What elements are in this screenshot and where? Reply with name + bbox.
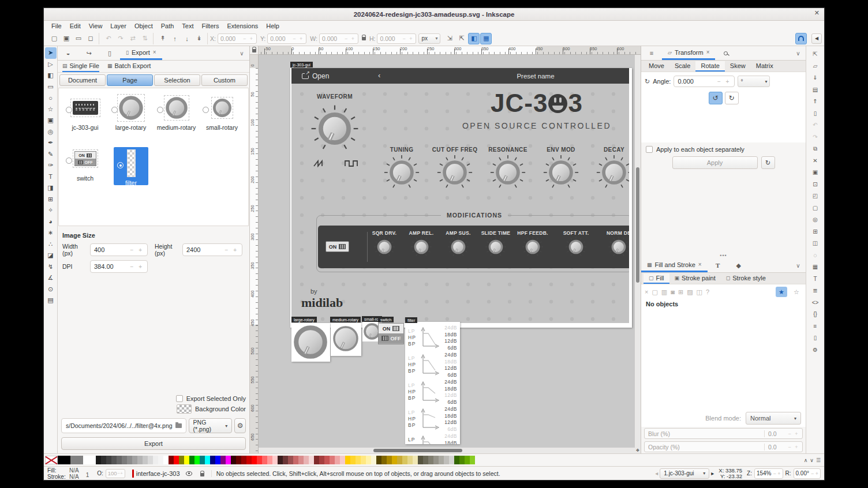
color-swatch[interactable] — [314, 456, 319, 464]
selector-tool[interactable]: ➤ — [45, 47, 57, 59]
tweak-tool[interactable]: ∗ — [45, 227, 57, 239]
color-swatch[interactable] — [111, 456, 117, 464]
color-swatch[interactable] — [194, 456, 200, 464]
canvas-horizontal-scrollbar[interactable] — [259, 448, 635, 453]
color-swatch[interactable] — [96, 456, 101, 464]
spray-tool[interactable]: ∴ — [45, 239, 57, 250]
color-swatch[interactable] — [262, 456, 267, 464]
knob-control[interactable] — [489, 154, 526, 193]
export-button[interactable]: Export — [61, 437, 246, 450]
color-swatch[interactable] — [127, 456, 132, 464]
menu-object[interactable]: Object — [130, 21, 157, 31]
close-icon[interactable]: × — [153, 49, 156, 55]
export-icon[interactable]: ⇑ — [810, 96, 821, 107]
pan-corner-icon[interactable]: ✥ — [635, 448, 641, 453]
swatch-icon[interactable]: ▨ — [687, 288, 693, 296]
save-icon[interactable]: ▯ — [810, 108, 821, 119]
knob-control[interactable] — [410, 236, 432, 260]
color-swatch[interactable] — [210, 456, 215, 464]
previous-page-button[interactable]: ◂ — [655, 470, 658, 476]
image-icon[interactable]: ▦ — [810, 261, 821, 272]
color-swatch[interactable] — [381, 456, 387, 464]
transform-tab-skew[interactable]: Skew — [725, 61, 751, 72]
reset-transform-button[interactable]: ↻ — [761, 156, 775, 169]
export-item-radio[interactable] — [66, 157, 72, 164]
tab-transform[interactable]: ▱ Transform× — [662, 46, 715, 60]
mode-tab-batch-export[interactable]: ▦Batch Export — [107, 61, 151, 72]
document-dialog-icon[interactable]: ▯ — [99, 46, 120, 60]
menu-layer[interactable]: Layer — [106, 21, 130, 31]
export-item-medium-rotary[interactable]: medium-rotary — [154, 92, 199, 142]
knob-control[interactable] — [522, 236, 544, 260]
color-swatch[interactable] — [298, 456, 304, 464]
color-swatch[interactable] — [407, 456, 413, 464]
color-swatch[interactable] — [174, 456, 179, 464]
color-swatch[interactable] — [330, 456, 335, 464]
export-item-filter[interactable]: filter — [114, 147, 148, 185]
color-swatch[interactable] — [158, 456, 163, 464]
scale-corners-toggle[interactable]: ⇱ — [456, 33, 467, 44]
undo-icon[interactable]: ↶ — [810, 119, 821, 130]
swatches-dialog-icon[interactable]: ◒ — [58, 46, 78, 60]
unlink-clone-icon[interactable]: ◌ — [810, 250, 821, 261]
paint-bucket-tool[interactable]: ◕ — [45, 216, 57, 228]
background-color-swatch[interactable] — [177, 404, 192, 414]
select-all-layers-icon[interactable]: ▣ — [61, 33, 72, 44]
canvas[interactable]: -50050100150200250300350400450500550600 … — [250, 46, 641, 453]
menu-file[interactable]: File — [47, 21, 66, 31]
export-format-select[interactable]: PNG (*.png)▾ — [189, 418, 233, 433]
knob-control[interactable] — [542, 154, 579, 193]
duplicate-icon[interactable]: ⊞ — [810, 226, 821, 237]
color-swatch[interactable] — [189, 456, 194, 464]
transform-tab-scale[interactable]: Scale — [669, 61, 696, 72]
selection-box-icon[interactable]: ◻ — [85, 33, 96, 44]
spiral-tool[interactable]: ◎ — [45, 126, 57, 138]
raise-to-top-icon[interactable]: ↟ — [157, 33, 169, 44]
zoom-tool[interactable]: ⊙ — [45, 284, 57, 295]
color-swatch[interactable] — [220, 456, 226, 464]
eraser-tool[interactable]: ◪ — [45, 250, 57, 261]
fillstroke-tab-fill[interactable]: ▢Fill — [643, 273, 669, 284]
dock-resize-handle[interactable]: ••• — [641, 254, 806, 258]
area-button-document[interactable]: Document — [59, 74, 106, 86]
export-selected-only-checkbox[interactable] — [176, 395, 183, 402]
color-swatch[interactable] — [324, 456, 330, 464]
align-dialog-icon[interactable]: ≡ — [810, 321, 821, 332]
knob-control[interactable] — [383, 154, 420, 193]
y-input[interactable]: 0.000− + — [267, 33, 306, 44]
fillstroke-tab-stroke-paint[interactable]: ▣Stroke paint — [669, 273, 721, 284]
color-swatch[interactable] — [272, 456, 278, 464]
collapse-toolbar-button[interactable]: ◀ — [811, 33, 822, 44]
export-item-small-rotary[interactable]: small-rotary — [199, 92, 245, 142]
export-item-radio[interactable] — [157, 107, 163, 113]
swatch-none[interactable] — [45, 456, 58, 464]
color-swatch[interactable] — [117, 456, 122, 464]
raise-icon[interactable]: ↑ — [169, 33, 181, 44]
export-filename-input[interactable]: s/Documents/2024/06/../../filter@4x.png — [61, 418, 186, 433]
tab-text[interactable]: T — [708, 258, 728, 272]
knob-control[interactable] — [436, 154, 473, 193]
rectangle-tool[interactable]: ▭ — [45, 81, 57, 93]
area-button-custom[interactable]: Custom — [201, 74, 248, 86]
shape-builder-tool[interactable]: ◧ — [45, 70, 57, 81]
color-swatch[interactable] — [350, 456, 356, 464]
import-icon[interactable]: ⇓ — [810, 72, 821, 83]
css-editor-icon[interactable]: {} — [810, 309, 821, 320]
knob-control[interactable] — [373, 236, 395, 260]
knob-control[interactable] — [608, 236, 629, 260]
radial-gradient-icon[interactable]: ◙ — [671, 288, 675, 295]
text-tool[interactable]: T — [45, 171, 57, 183]
page-select[interactable]: 1.jc-303-gui▾ — [660, 468, 709, 479]
color-swatch[interactable] — [439, 456, 444, 464]
export-settings-button[interactable]: ⚙ — [234, 418, 246, 433]
calligraphy-tool[interactable]: ✑ — [45, 160, 57, 171]
color-swatch[interactable] — [319, 456, 324, 464]
find-dialog-icon[interactable] — [715, 46, 736, 60]
pages-tool[interactable]: ▤ — [45, 295, 57, 306]
color-swatch[interactable] — [179, 456, 184, 464]
knob-control[interactable] — [565, 236, 587, 260]
symbols-dialog-icon[interactable]: ◆ — [728, 258, 749, 272]
color-swatch[interactable] — [433, 456, 439, 464]
color-swatch[interactable] — [106, 456, 111, 464]
color-swatch[interactable] — [356, 456, 361, 464]
